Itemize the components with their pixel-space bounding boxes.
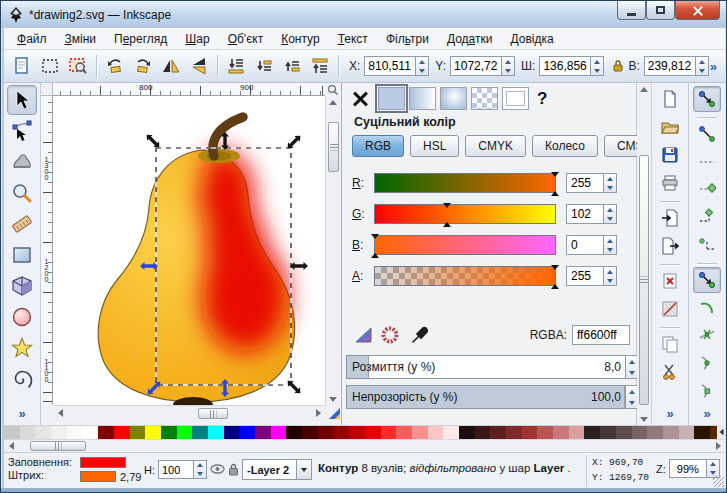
palette-swatch[interactable] [4,426,20,439]
tab-cmyk[interactable]: CMYK [465,135,526,157]
palette-swatch[interactable] [286,426,302,439]
opacity-slider[interactable]: Непрозорість (у %) 100,0 [346,385,626,409]
measure-tool[interactable] [7,209,37,239]
layer-lock-icon[interactable] [228,463,239,476]
raise-to-top-button[interactable] [307,53,333,79]
scroll-right-icon[interactable] [716,442,721,450]
lower-to-bottom-button[interactable] [223,53,249,79]
slider-value-input[interactable] [566,235,604,255]
snap-paths-button[interactable] [693,295,721,321]
palette-swatch[interactable] [208,426,224,439]
toolbar-overflow-chevron[interactable]: » [710,59,717,74]
gradient-triangle-icon[interactable] [354,325,374,345]
palette-swatch[interactable] [349,426,365,439]
width-input[interactable] [539,56,591,76]
palette-swatch[interactable] [647,426,663,439]
close-button[interactable] [675,1,720,20]
document-properties-button[interactable] [9,53,35,79]
palette-swatch[interactable] [302,426,318,439]
scroll-down-icon[interactable] [640,417,648,422]
snap-nodes-button[interactable] [693,267,721,293]
palette-swatch[interactable] [51,426,67,439]
color-wheel-ring-icon[interactable] [380,325,400,345]
snap-bbox-corners-button[interactable] [693,176,721,202]
linear-gradient-button[interactable] [409,87,436,110]
import-button[interactable] [656,205,684,231]
blur-slider[interactable]: Розмиття (у %) 8,0 [346,355,626,379]
palette-swatch[interactable] [365,426,381,439]
fill-color-indicator[interactable] [80,457,126,468]
no-fill-button[interactable] [656,296,684,322]
scroll-right-icon[interactable] [316,409,321,417]
color-slider-track[interactable] [374,235,556,255]
palette-swatch[interactable] [443,426,459,439]
palette-swatch[interactable] [569,426,585,439]
palette-swatch[interactable] [381,426,397,439]
opacity-input[interactable] [158,460,194,479]
resize-grip[interactable] [713,476,724,487]
snap-bbox-edges-button[interactable] [693,149,721,175]
spiral-tool[interactable] [7,364,37,394]
slider-spinner[interactable] [604,266,617,286]
slider-value-input[interactable] [566,266,604,286]
menu-item[interactable]: Контур [272,29,328,49]
node-tool[interactable] [7,116,37,146]
width-spinner[interactable] [591,56,604,76]
print-button[interactable] [656,170,684,196]
lower-button[interactable] [251,53,277,79]
palette-swatch[interactable] [459,426,475,439]
menu-item[interactable]: Додатки [438,29,502,49]
menu-item[interactable]: Файл [8,29,56,49]
palette-swatch[interactable] [114,426,130,439]
slider-value-input[interactable] [566,204,604,224]
palette-swatch[interactable] [333,426,349,439]
menu-item[interactable]: Довідка [501,29,562,49]
palette-scroll-thumb[interactable] [30,441,86,451]
palette-swatch[interactable] [694,426,710,439]
palette-swatch[interactable] [82,426,98,439]
dialog-scroll-thumb[interactable] [639,155,649,405]
palette-swatch[interactable] [428,426,444,439]
toolbox-overflow-chevron[interactable]: » [18,406,25,421]
palette-swatch[interactable] [412,426,428,439]
menu-item[interactable]: Шар [176,29,218,49]
title-bar[interactable]: *drawing2.svg — Inkscape [1,1,726,28]
scroll-left-icon[interactable] [9,442,14,450]
menu-item[interactable]: Об'єкт [219,29,273,49]
canvas-vscrollbar[interactable] [325,96,341,405]
y-spinner[interactable] [502,56,515,76]
scroll-down-icon[interactable] [329,397,337,402]
stroke-color-indicator[interactable] [80,471,116,482]
layer-dropdown-button[interactable] [296,460,311,479]
open-document-button[interactable] [656,114,684,140]
slider-value-input[interactable] [566,173,604,193]
layer-selector[interactable]: -Layer 2 [242,459,312,480]
palette-swatch[interactable] [35,426,51,439]
palette-swatch[interactable] [98,426,114,439]
rotate-cw-button[interactable] [130,53,156,79]
palette-swatch[interactable] [67,426,83,439]
raise-button[interactable] [279,53,305,79]
palette-swatch[interactable] [318,426,334,439]
snap-bbox-button[interactable] [693,121,721,147]
duplicate-button[interactable] [656,331,684,357]
slider-handle[interactable] [371,234,379,258]
height-input[interactable] [644,56,696,76]
dialog-scrollbar[interactable] [637,83,652,425]
color-slider-track[interactable] [374,173,556,193]
cut-button[interactable] [656,359,684,385]
palette-swatch[interactable] [145,426,161,439]
palette-swatch[interactable] [632,426,648,439]
palette-swatch[interactable] [271,426,287,439]
save-button[interactable] [656,142,684,168]
y-input[interactable] [450,56,502,76]
snap-smooth-nodes-button[interactable] [693,378,721,404]
select-all-button[interactable] [37,53,63,79]
palette-swatch[interactable] [396,426,412,439]
snap-overflow-chevron[interactable]: » [703,406,710,421]
selector-tool[interactable] [7,85,37,115]
palette-swatch[interactable] [255,426,271,439]
palette-swatch[interactable] [679,426,695,439]
palette-swatch[interactable] [537,426,553,439]
snap-bbox-centers-button[interactable] [693,232,721,258]
